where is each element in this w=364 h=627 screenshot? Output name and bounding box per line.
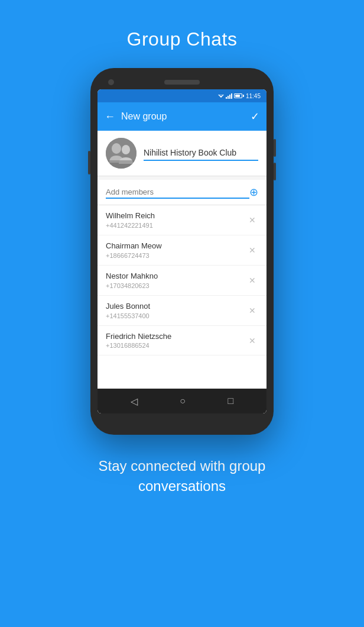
svg-rect-7 bbox=[106, 160, 136, 169]
contact-name: Nestor Mahkno bbox=[106, 272, 246, 282]
group-avatar[interactable] bbox=[106, 138, 136, 169]
app-bar-left: ← New group bbox=[105, 111, 167, 123]
remove-contact-button[interactable]: ✕ bbox=[246, 303, 258, 318]
group-header bbox=[98, 131, 266, 176]
app-bar: ← New group ✓ bbox=[98, 102, 266, 131]
back-button[interactable]: ← bbox=[105, 111, 115, 123]
phone-screen: 11:45 ← New group ✓ bbox=[98, 89, 266, 413]
volume-down-button bbox=[274, 163, 276, 180]
contact-item: Wilhelm Reich+441242221491✕ bbox=[98, 205, 266, 235]
add-members-input[interactable] bbox=[106, 186, 249, 199]
nav-back-button[interactable]: ◁ bbox=[131, 396, 138, 407]
phone-mockup: 11:45 ← New group ✓ bbox=[90, 68, 274, 435]
nav-recent-button[interactable]: □ bbox=[228, 396, 234, 406]
contact-phone: +18666724473 bbox=[106, 252, 246, 259]
contact-name: Jules Bonnot bbox=[106, 302, 246, 312]
contact-item: Chairman Meow+18666724473✕ bbox=[98, 235, 266, 266]
phone-camera bbox=[108, 79, 114, 85]
remove-contact-button[interactable]: ✕ bbox=[246, 334, 258, 348]
contact-item: Nestor Mahkno+17034820623✕ bbox=[98, 266, 266, 296]
contact-info: Nestor Mahkno+17034820623 bbox=[106, 272, 246, 289]
contact-phone: +14155537400 bbox=[106, 312, 246, 319]
phone-top-bar bbox=[98, 75, 266, 89]
contact-info: Wilhelm Reich+441242221491 bbox=[106, 211, 246, 229]
svg-point-6 bbox=[122, 145, 130, 154]
app-bar-title: New group bbox=[121, 111, 167, 122]
contact-name: Wilhelm Reich bbox=[106, 211, 246, 221]
add-members-section: ⊕ bbox=[98, 180, 266, 205]
contact-info: Chairman Meow+18666724473 bbox=[106, 241, 246, 259]
wifi-icon bbox=[218, 93, 224, 98]
contact-phone: +13016886524 bbox=[106, 342, 246, 349]
contact-info: Friedrich Nietzsche+13016886524 bbox=[106, 332, 246, 350]
remove-contact-button[interactable]: ✕ bbox=[246, 273, 258, 287]
nav-bar: ◁ ○ □ bbox=[98, 389, 266, 413]
contact-item: Jules Bonnot+14155537400✕ bbox=[98, 296, 266, 326]
page-title: Group Chats bbox=[127, 28, 238, 50]
add-members-button[interactable]: ⊕ bbox=[249, 186, 258, 199]
status-bar: 11:45 bbox=[98, 89, 266, 102]
contacts-list: Wilhelm Reich+441242221491✕Chairman Meow… bbox=[98, 205, 266, 389]
phone-speaker bbox=[164, 80, 200, 85]
svg-marker-2 bbox=[220, 96, 222, 98]
remove-contact-button[interactable]: ✕ bbox=[246, 243, 258, 257]
contact-phone: +441242221491 bbox=[106, 222, 246, 229]
contact-name: Chairman Meow bbox=[106, 241, 246, 251]
svg-point-5 bbox=[112, 143, 121, 154]
signal-icon bbox=[226, 93, 232, 99]
status-icons: 11:45 bbox=[218, 93, 261, 99]
nav-home-button[interactable]: ○ bbox=[180, 396, 186, 406]
contact-info: Jules Bonnot+14155537400 bbox=[106, 302, 246, 319]
power-button bbox=[88, 151, 90, 174]
bottom-subtitle: Stay connected with group conversations bbox=[70, 456, 294, 496]
group-name-input[interactable] bbox=[144, 146, 258, 161]
contact-phone: +17034820623 bbox=[106, 282, 246, 289]
contact-item: Friedrich Nietzsche+13016886524✕ bbox=[98, 326, 266, 356]
remove-contact-button[interactable]: ✕ bbox=[246, 213, 258, 227]
battery-icon bbox=[234, 93, 242, 98]
contact-name: Friedrich Nietzsche bbox=[106, 332, 246, 342]
status-time: 11:45 bbox=[246, 93, 261, 99]
confirm-button[interactable]: ✓ bbox=[251, 110, 259, 123]
volume-up-button bbox=[274, 139, 276, 157]
